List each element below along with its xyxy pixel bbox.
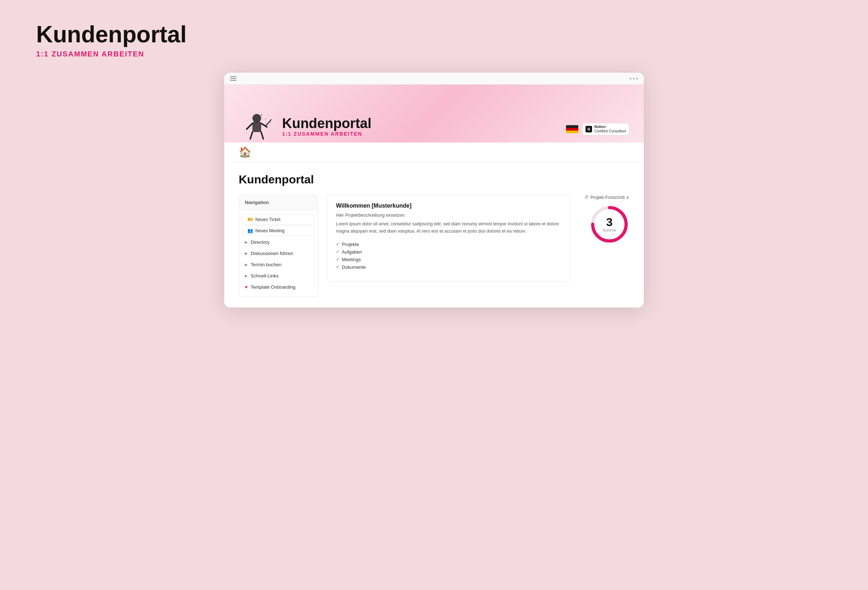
progress-widget: ⏱ Projekt-Fortschritt ∨ 3 Summe [579, 195, 629, 244]
svg-text:✦: ✦ [268, 114, 269, 117]
nav-item-label: Neues Ticket [255, 217, 280, 222]
welcome-text: Lorem ipsum dolor sit amet, consetetur s… [336, 221, 561, 234]
svg-line-9 [250, 132, 252, 139]
nav-item-template-onboarding[interactable]: ♥ Template Onboarding [239, 281, 318, 293]
nav-item-neues-meeting[interactable]: 👥 Neues Meeting [243, 225, 314, 236]
check-mark: ✓ [336, 249, 340, 254]
nav-item-label: Template Onboarding [251, 284, 295, 290]
nav-item-label: Termin buchen [251, 262, 281, 267]
browser-dots[interactable] [630, 78, 638, 80]
page-header: Kundenportal 1:1 ZUSAMMEN ARBEITEN [29, 22, 839, 58]
page-content-title: Kundenportal [239, 173, 629, 186]
nav-item-diskussionen[interactable]: ▶ Diskussionen führen [239, 248, 318, 259]
nav-item-label: Diskussionen führen [251, 251, 293, 256]
page-subtitle: 1:1 ZUSAMMEN ARBEITEN [36, 50, 839, 58]
nav-sidebar: Navigation 🎫 Neues Ticket 👥 Neues Meetin… [239, 195, 318, 297]
banner-right: N Notion Certified Consultant [565, 123, 629, 142]
nav-item-label: Neues Meeting [255, 228, 285, 233]
browser-window: ✦ ✦ ✦ Kundenportal 1:1 ZUSAMMEN ARBEITEN… [224, 73, 644, 308]
arrow-icon: ▶ [245, 240, 248, 244]
meeting-icon: 👥 [247, 228, 253, 233]
nav-item-termin[interactable]: ▶ Termin buchen [239, 259, 318, 270]
nav-sidebar-header: Navigation [239, 195, 318, 210]
check-mark: ✓ [336, 257, 340, 262]
main-layout: Navigation 🎫 Neues Ticket 👥 Neues Meetin… [239, 195, 629, 297]
banner-subtitle: 1:1 ZUSAMMEN ARBEITEN [282, 131, 371, 137]
progress-inner: 3 Summe [602, 216, 616, 232]
notion-text: Notion Certified Consultant [594, 125, 626, 133]
browser-toolbar [224, 73, 644, 85]
nav-item-label: Schnell-Links [251, 273, 279, 278]
progress-header[interactable]: ⏱ Projekt-Fortschritt ∨ [585, 195, 629, 200]
home-icon[interactable]: 🏠 [239, 146, 251, 158]
nav-item-label: Directory [251, 240, 269, 245]
svg-line-10 [261, 132, 263, 139]
notion-icon: N [586, 126, 592, 132]
heart-icon: ♥ [245, 284, 248, 290]
progress-label: Summe [602, 228, 616, 232]
home-icon-row: 🏠 [224, 142, 644, 162]
arrow-icon: ▶ [245, 251, 248, 255]
nav-item-neues-ticket[interactable]: 🎫 Neues Ticket [243, 214, 314, 225]
browser-menu-icon[interactable] [230, 76, 236, 81]
progress-header-label: Projekt-Fortschritt [590, 195, 624, 200]
list-item: ✓ Dokumente [336, 263, 561, 271]
checklist: ✓ Projekte ✓ Aufgaben ✓ Meetings ✓ Dokum… [336, 241, 561, 271]
list-item: ✓ Projekte [336, 241, 561, 248]
progress-number: 3 [602, 216, 616, 228]
svg-text:✦: ✦ [260, 114, 263, 117]
banner-left: ✦ ✦ ✦ Kundenportal 1:1 ZUSAMMEN ARBEITEN [239, 112, 371, 142]
welcome-desc: Hier Projektbeschreibung einsetzen. [336, 213, 561, 218]
check-mark: ✓ [336, 265, 340, 269]
chevron-down-icon: ∨ [626, 195, 629, 200]
banner-illustration: ✦ ✦ ✦ [239, 112, 275, 144]
svg-point-0 [252, 114, 261, 123]
arrow-icon: ▶ [245, 263, 248, 267]
list-item: ✓ Aufgaben [336, 248, 561, 256]
check-mark: ✓ [336, 242, 340, 247]
ticket-icon: 🎫 [247, 217, 253, 222]
notion-certified-badge: N Notion Certified Consultant [582, 123, 629, 135]
svg-text:✦: ✦ [265, 118, 267, 120]
banner-title-block: Kundenportal 1:1 ZUSAMMEN ARBEITEN [282, 116, 371, 143]
portal-banner: ✦ ✦ ✦ Kundenportal 1:1 ZUSAMMEN ARBEITEN… [224, 85, 644, 142]
clock-icon: ⏱ [585, 195, 589, 200]
welcome-title: Willkommen [Musterkunde] [336, 203, 561, 209]
arrow-icon: ▶ [245, 274, 248, 278]
list-item: ✓ Meetings [336, 256, 561, 263]
nav-item-directory[interactable]: ▶ Directory [239, 237, 318, 248]
welcome-card: Willkommen [Musterkunde] Hier Projektbes… [327, 195, 570, 282]
page-main-title: Kundenportal [36, 22, 839, 47]
flag-de [565, 125, 579, 133]
content-area: Kundenportal Navigation 🎫 Neues Ticket 👥… [224, 162, 644, 308]
svg-rect-1 [252, 122, 261, 132]
progress-circle: 3 Summe [589, 204, 629, 244]
nav-item-schnell-links[interactable]: ▶ Schnell-Links [239, 270, 318, 281]
svg-line-2 [247, 123, 252, 129]
svg-line-4 [266, 121, 270, 126]
banner-title: Kundenportal [282, 116, 371, 131]
nav-sidebar-body: 🎫 Neues Ticket 👥 Neues Meeting ▶ Directo… [239, 210, 318, 296]
